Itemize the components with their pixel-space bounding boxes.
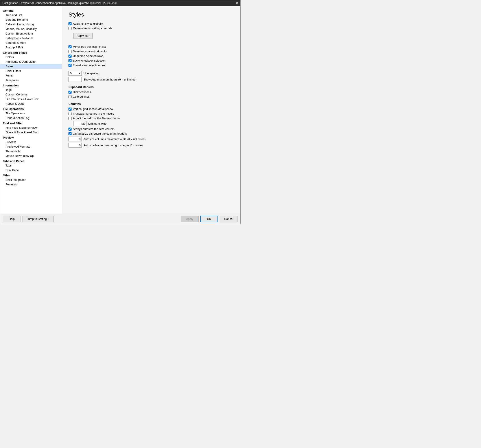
sidebar-item-preview[interactable]: Preview: [0, 140, 62, 144]
dimmed-icons-checkbox[interactable]: [68, 91, 72, 94]
show-age-label: Show Age maximum hours (0 = unlimited): [83, 78, 136, 81]
apply-list-styles-globally-label: Apply list styles globally: [73, 22, 103, 25]
sidebar-item-find-files-branch-view[interactable]: Find Files & Branch View: [0, 125, 62, 130]
autofit-name-column-checkbox[interactable]: [68, 117, 72, 120]
autosize-max-width-label: Autosize columns maximum width (0 = unli…: [83, 138, 145, 141]
clipboard-markers-header: Clipboard Markers: [68, 85, 234, 89]
minimum-width-input[interactable]: [73, 121, 87, 126]
sidebar-group-find-and-filter: Find and Filter: [0, 120, 62, 125]
sidebar-item-features[interactable]: Features: [0, 182, 62, 187]
sticky-checkbox-selection-label: Sticky checkbox selection: [73, 59, 105, 62]
remember-list-settings-checkbox[interactable]: [68, 27, 72, 30]
truncate-filenames-checkbox[interactable]: [68, 112, 72, 115]
clipboard-markers-section: Clipboard Markers Dimmed icons Colored l…: [68, 85, 234, 98]
always-autosize-size-label: Always autosize the Size column: [73, 127, 114, 131]
sidebar-item-report-data[interactable]: Report & Data: [0, 101, 62, 106]
sticky-checkbox-selection-checkbox[interactable]: [68, 59, 72, 62]
autosize-max-width-row: Autosize columns maximum width (0 = unli…: [68, 137, 234, 141]
sidebar-item-custom-event-actions[interactable]: Custom Event Actions: [0, 31, 62, 36]
remember-list-settings-label: Remember list settings per tab: [73, 27, 112, 30]
sidebar-item-menus-mouse-usability[interactable]: Menus, Mouse, Usability: [0, 27, 62, 31]
autosize-name-margin-label: Autosize Name column right margin (0 = n…: [83, 144, 143, 147]
sidebar-item-undo-action-log[interactable]: Undo & Action Log: [0, 116, 62, 120]
translucent-selection-row: Translucent selection box: [68, 64, 234, 67]
underline-selected-rows-checkbox[interactable]: [68, 55, 72, 58]
sidebar-item-controls-more[interactable]: Controls & More: [0, 40, 62, 45]
sidebar-group-information: Information: [0, 82, 62, 88]
sidebar-item-filters-type-ahead-find[interactable]: Filters & Type Ahead Find: [0, 130, 62, 135]
sidebar-item-safety-belts-network[interactable]: Safety Belts, Network: [0, 36, 62, 40]
dimmed-icons-label: Dimmed icons: [73, 90, 91, 94]
title-bar-text: Configuration - XYplorer @ C:\Users\porf…: [2, 1, 116, 5]
autosize-disregard-headers-label: On autosize disregard the column headers: [73, 132, 127, 135]
sidebar-group-general: General: [0, 8, 62, 13]
remember-list-settings-row: Remember list settings per tab: [68, 27, 234, 30]
line-spacing-select[interactable]: 0 1 2 3: [68, 71, 82, 76]
window-body: GeneralTree and ListSort and RenameRefre…: [0, 6, 240, 214]
sidebar-item-refresh-icons-history[interactable]: Refresh, Icons, History: [0, 22, 62, 27]
autosize-name-margin-row: Autosize Name column right margin (0 = n…: [68, 143, 234, 147]
translucent-selection-box-checkbox[interactable]: [68, 64, 72, 67]
always-autosize-size-checkbox[interactable]: [68, 128, 72, 131]
semi-transparent-grid-row: Semi-transparent grid color: [68, 50, 234, 53]
sidebar-item-sort-and-rename[interactable]: Sort and Rename: [0, 17, 62, 22]
mirror-tree-box-color-label: Mirror tree box color in list: [73, 45, 106, 48]
cancel-button[interactable]: Cancel: [220, 216, 238, 222]
sidebar-item-dual-pane[interactable]: Dual Pane: [0, 168, 62, 172]
vertical-grid-lines-checkbox[interactable]: [68, 108, 72, 111]
mirror-tree-box-color-checkbox[interactable]: [68, 45, 72, 48]
apply-to-button[interactable]: Apply to...: [73, 33, 93, 38]
sidebar-item-thumbnails[interactable]: Thumbnails: [0, 149, 62, 154]
sidebar-item-templates[interactable]: Templates: [0, 78, 62, 82]
mid-checkboxes-section: Mirror tree box color in list Semi-trans…: [68, 45, 234, 67]
line-spacing-label: Line spacing: [83, 72, 99, 75]
sidebar-item-tabs[interactable]: Tabs: [0, 163, 62, 168]
footer-left: Help Jump to Setting...: [3, 216, 54, 222]
semi-transparent-grid-checkbox[interactable]: [68, 50, 72, 53]
truncate-filenames-label: Truncate filenames in the middle: [73, 112, 114, 115]
underline-selected-rows-label: Underline selected rows: [73, 54, 104, 58]
dimmed-icons-row: Dimmed icons: [68, 90, 234, 94]
sidebar-group-file-operations: File Operations: [0, 106, 62, 111]
autosize-name-margin-input[interactable]: [68, 143, 82, 147]
page-title: Styles: [68, 11, 234, 18]
ok-button[interactable]: OK: [200, 216, 218, 222]
columns-header: Columns: [68, 102, 234, 106]
content-area: Styles Apply list styles globally Rememb…: [62, 6, 240, 214]
colored-lines-row: Colored lines: [68, 95, 234, 98]
autosize-max-width-input[interactable]: [68, 137, 82, 141]
sidebar-item-previewed-formats[interactable]: Previewed Formats: [0, 144, 62, 149]
sidebar-item-shell-integration[interactable]: Shell Integration: [0, 177, 62, 182]
columns-section: Columns Vertical grid lines in details v…: [68, 102, 234, 147]
vertical-grid-lines-label: Vertical grid lines in details view: [73, 107, 113, 111]
semi-transparent-grid-label: Semi-transparent grid color: [73, 50, 107, 53]
help-button[interactable]: Help: [3, 216, 21, 222]
apply-button[interactable]: Apply: [181, 216, 199, 222]
sidebar-item-startup-exit[interactable]: Startup & Exit: [0, 45, 62, 50]
always-autosize-size-row: Always autosize the Size column: [68, 127, 234, 131]
sidebar-item-file-operations[interactable]: File Operations: [0, 111, 62, 116]
apply-list-styles-globally-row: Apply list styles globally: [68, 22, 234, 25]
sidebar-item-custom-columns[interactable]: Custom Columns: [0, 92, 62, 97]
footer-right: Apply OK Cancel: [181, 216, 238, 222]
line-spacing-row: 0 1 2 3 Line spacing: [68, 71, 234, 76]
sidebar-item-highlights-dark-mode[interactable]: Highlights & Dark Mode: [0, 59, 62, 64]
minimum-width-label: Minimum width: [88, 122, 107, 125]
sidebar-item-tree-and-list[interactable]: Tree and List: [0, 13, 62, 17]
colored-lines-checkbox[interactable]: [68, 95, 72, 98]
sidebar-item-tags[interactable]: Tags: [0, 88, 62, 92]
sidebar-item-colors[interactable]: Colors: [0, 55, 62, 59]
show-age-input[interactable]: [68, 77, 82, 82]
sidebar-item-fonts[interactable]: Fonts: [0, 73, 62, 78]
close-button[interactable]: ✕: [236, 1, 238, 5]
truncate-filenames-row: Truncate filenames in the middle: [68, 112, 234, 115]
sidebar-item-mouse-down-blow-up[interactable]: Mouse Down Blow Up: [0, 154, 62, 158]
colored-lines-label: Colored lines: [73, 95, 90, 98]
sidebar-item-color-filters[interactable]: Color Filters: [0, 69, 62, 73]
jump-to-setting-button[interactable]: Jump to Setting...: [22, 216, 54, 222]
sidebar-item-styles[interactable]: Styles: [0, 64, 62, 69]
autofit-name-column-label: Autofit the width of the Name column: [73, 117, 120, 120]
autosize-disregard-headers-checkbox[interactable]: [68, 132, 72, 135]
apply-list-styles-globally-checkbox[interactable]: [68, 22, 72, 25]
sidebar-item-file-info-tips-hover-box[interactable]: File Info Tips & Hover Box: [0, 97, 62, 101]
